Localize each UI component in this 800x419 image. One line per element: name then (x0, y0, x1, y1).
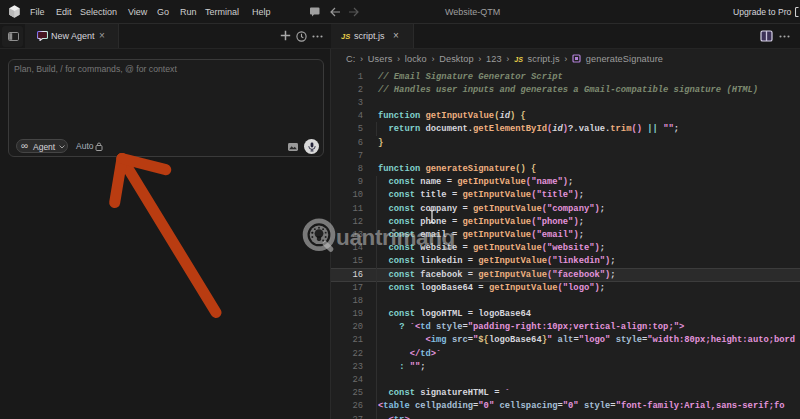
svg-text:uantrimang: uantrimang (336, 225, 455, 250)
